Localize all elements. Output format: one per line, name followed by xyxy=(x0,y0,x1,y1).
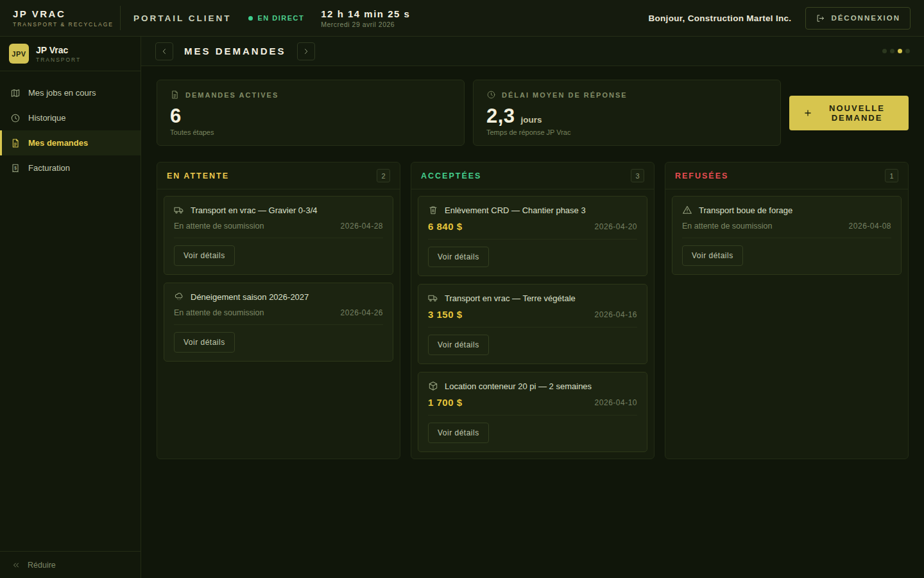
warning-icon xyxy=(682,205,692,215)
stat-subtext: Temps de réponse JP Vrac xyxy=(486,128,767,136)
request-price: 3 150 $ xyxy=(428,309,463,320)
request-date: 2026-04-20 xyxy=(595,222,637,231)
user-greeting: Bonjour, Construction Martel Inc. xyxy=(648,13,791,23)
sidebar-item-historique[interactable]: Historique xyxy=(0,105,141,130)
prev-page-button[interactable] xyxy=(155,42,173,60)
column-count-badge: 1 xyxy=(885,169,898,182)
file-icon xyxy=(10,138,21,148)
stats-row: DEMANDES ACTIVES 6 Toutes étapes DÉLAI M… xyxy=(157,80,909,146)
new-request-button[interactable]: NOUVELLE DEMANDE xyxy=(789,96,909,130)
stat-value: 6 xyxy=(170,105,182,128)
request-card: Transport boue de forage En attente de s… xyxy=(672,196,902,275)
live-indicator: EN DIRECT xyxy=(248,14,305,22)
sidebar-item-facturation[interactable]: $ Facturation xyxy=(0,155,141,180)
view-details-button[interactable]: Voir détails xyxy=(682,245,743,266)
stat-label: DEMANDES ACTIVES xyxy=(185,91,278,99)
column-en-attente: EN ATTENTE 2 Transport en vrac — Gravier… xyxy=(157,162,400,459)
stat-card-delai-reponse: DÉLAI MOYEN DE RÉPONSE 2,3 jours Temps d… xyxy=(473,80,781,146)
invoice-icon: $ xyxy=(10,163,21,173)
brand: JP VRAC TRANSPORT & RECYCLAGE xyxy=(0,6,121,30)
request-card: Transport en vrac — Terre végétale 3 150… xyxy=(418,284,647,364)
stat-value: 2,3 xyxy=(486,105,515,128)
request-title: Déneigement saison 2026-2027 xyxy=(191,292,309,302)
file-icon xyxy=(170,90,180,100)
logo-name: JP Vrac xyxy=(36,45,81,55)
brand-subtitle: TRANSPORT & RECYCLAGE xyxy=(13,21,107,28)
truck-icon xyxy=(174,205,184,215)
map-icon xyxy=(10,88,21,98)
stat-unit: jours xyxy=(521,115,542,125)
request-card: Déneigement saison 2026-2027 En attente … xyxy=(164,283,393,362)
column-title: EN ATTENTE xyxy=(167,171,229,180)
topbar: JP VRAC TRANSPORT & RECYCLAGE PORTAIL CL… xyxy=(0,0,924,37)
collapse-label: Réduire xyxy=(28,561,56,570)
sidebar-collapse-button[interactable]: Réduire xyxy=(0,551,141,578)
trash-icon xyxy=(428,205,438,215)
truck-icon xyxy=(428,293,438,303)
request-date: 2026-04-28 xyxy=(341,222,383,231)
sidebar-nav: Mes jobs en cours Historique Mes demande… xyxy=(0,71,141,180)
chevron-right-icon xyxy=(302,47,311,56)
stat-subtext: Toutes étapes xyxy=(170,128,451,136)
double-chevron-left-icon xyxy=(12,561,21,570)
pagination-dots xyxy=(882,49,910,53)
logo-subtitle: TRANSPORT xyxy=(36,57,81,63)
request-date: 2026-04-10 xyxy=(595,398,637,407)
clock-time: 12 h 14 min 25 s xyxy=(321,8,410,19)
request-card: Transport en vrac — Gravier 0-3/4 En att… xyxy=(164,196,393,275)
pagination-dot[interactable] xyxy=(905,49,910,53)
request-card: Enlèvement CRD — Chantier phase 3 6 840 … xyxy=(418,196,647,276)
clock-icon xyxy=(10,113,21,123)
request-title: Transport en vrac — Gravier 0-3/4 xyxy=(191,206,317,215)
request-card: Location conteneur 20 pi — 2 semaines 1 … xyxy=(418,372,647,452)
live-dot-icon xyxy=(248,16,253,21)
view-details-button[interactable]: Voir détails xyxy=(428,247,489,267)
request-title: Transport en vrac — Terre végétale xyxy=(445,293,576,303)
sidebar-logo: JPV JP Vrac TRANSPORT xyxy=(0,37,141,71)
request-title: Transport boue de forage xyxy=(699,206,792,215)
sidebar-item-jobs[interactable]: Mes jobs en cours xyxy=(0,80,141,105)
plus-icon xyxy=(803,109,812,118)
portal-label: PORTAIL CLIENT xyxy=(133,13,232,23)
request-title: Enlèvement CRD — Chantier phase 3 xyxy=(445,206,586,215)
request-title: Location conteneur 20 pi — 2 semaines xyxy=(445,381,592,391)
request-price: 1 700 $ xyxy=(428,397,463,408)
sidebar-item-label: Mes demandes xyxy=(28,138,88,148)
clock: 12 h 14 min 25 s Mercredi 29 avril 2026 xyxy=(321,8,410,28)
live-label: EN DIRECT xyxy=(258,14,305,22)
next-page-button[interactable] xyxy=(297,42,315,60)
svg-text:$: $ xyxy=(14,165,17,170)
snow-icon xyxy=(174,292,184,302)
request-status: En attente de soumission xyxy=(174,222,264,231)
column-refusees: REFUSÉES 1 Transport boue de forage xyxy=(665,162,909,459)
logout-label: DÉCONNEXION xyxy=(831,14,900,22)
view-details-button[interactable]: Voir détails xyxy=(174,332,235,353)
column-count-badge: 3 xyxy=(631,169,644,182)
column-title: ACCEPTÉES xyxy=(421,171,481,180)
stat-label: DÉLAI MOYEN DE RÉPONSE xyxy=(502,91,628,99)
sidebar: JPV JP Vrac TRANSPORT Mes jobs en cours … xyxy=(0,37,141,578)
pagination-dot-active[interactable] xyxy=(898,49,902,53)
request-date: 2026-04-16 xyxy=(595,310,637,319)
sidebar-item-demandes[interactable]: Mes demandes xyxy=(0,130,141,155)
view-details-button[interactable]: Voir détails xyxy=(174,245,235,266)
brand-title: JP VRAC xyxy=(13,8,107,19)
logo-badge: JPV xyxy=(9,44,29,64)
logout-icon xyxy=(816,13,825,23)
column-title: REFUSÉES xyxy=(675,171,728,180)
chevron-left-icon xyxy=(160,47,169,56)
pagination-dot[interactable] xyxy=(890,49,894,53)
view-details-button[interactable]: Voir détails xyxy=(428,423,489,443)
request-columns: EN ATTENTE 2 Transport en vrac — Gravier… xyxy=(157,162,909,459)
request-date: 2026-04-26 xyxy=(341,308,383,317)
clock-date: Mercredi 29 avril 2026 xyxy=(321,21,410,28)
stat-card-demandes-actives: DEMANDES ACTIVES 6 Toutes étapes xyxy=(157,80,465,146)
pagination-dot[interactable] xyxy=(882,49,887,53)
request-status: En attente de soumission xyxy=(682,222,772,231)
view-details-button[interactable]: Voir détails xyxy=(428,335,489,355)
logout-button[interactable]: DÉCONNEXION xyxy=(805,7,911,30)
sidebar-item-label: Historique xyxy=(28,113,66,123)
clock-icon xyxy=(486,90,496,100)
column-count-badge: 2 xyxy=(377,169,390,182)
column-acceptees: ACCEPTÉES 3 Enlèvement CRD — Chantier ph… xyxy=(411,162,654,459)
